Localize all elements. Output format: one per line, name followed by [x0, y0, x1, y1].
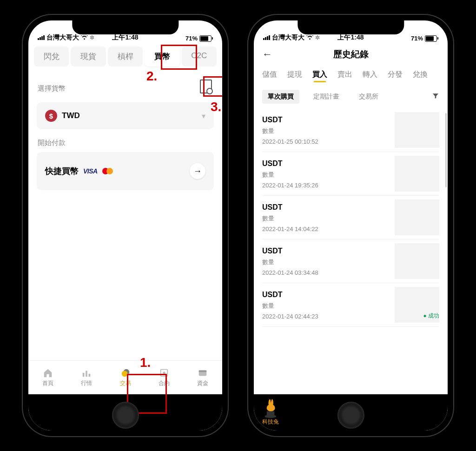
currency-code: TWD — [62, 111, 80, 120]
battery-percent: 71% — [411, 35, 423, 42]
record-row[interactable]: USDT 數量 2022-01-24 02:44:23 ● 成功 — [262, 283, 439, 327]
redacted-amount — [395, 156, 439, 192]
clock: 上午1:48 — [112, 33, 138, 42]
nav-home-label: 首頁 — [42, 379, 53, 387]
chart-bars-icon — [81, 368, 92, 378]
loading-icon: ✲ — [315, 34, 320, 41]
visa-icon: VISA — [83, 167, 98, 175]
history-header: ← 歷史紀錄 — [254, 43, 448, 66]
record-row[interactable]: USDT 數量 2022-01-24 14:04:22 — [262, 196, 439, 239]
filter-recurring[interactable]: 定期計畫 — [308, 90, 345, 104]
record-row[interactable]: USDT 數量 2022-01-24 03:34:48 — [262, 239, 439, 283]
page-title: 歷史紀錄 — [333, 48, 369, 60]
screen-left: 台灣大哥大 ✲ 上午1:48 71% 閃兌 現貨 槓桿 買幣 C2C — [28, 20, 222, 431]
futures-icon — [159, 368, 169, 378]
nav-futures[interactable]: 合約 — [145, 361, 183, 394]
home-button[interactable] — [112, 402, 139, 429]
tab-buy[interactable]: 買幣 — [145, 46, 179, 66]
tab-margin[interactable]: 槓桿 — [108, 46, 143, 66]
start-payment-label: 開始付款 — [38, 139, 214, 147]
bottom-nav: 首頁 行情 交易 合約 — [28, 360, 222, 394]
carrier-label: 台灣大哥大 — [272, 33, 304, 42]
svg-rect-0 — [83, 373, 85, 377]
tab-swap[interactable]: 閃兌 — [34, 46, 69, 66]
history-button[interactable] — [198, 78, 214, 95]
clock: 上午1:48 — [337, 33, 364, 42]
wifi-icon — [306, 34, 313, 41]
svg-point-6 — [163, 371, 165, 374]
svg-rect-8 — [199, 371, 207, 372]
nav-wallet[interactable]: 資金 — [184, 361, 222, 394]
nav-home[interactable]: 首頁 — [28, 361, 67, 394]
home-button[interactable] — [337, 402, 364, 429]
filter-exchange[interactable]: 交易所 — [353, 90, 384, 104]
svg-rect-10 — [267, 411, 275, 416]
battery-percent: 71% — [185, 35, 198, 42]
signal-icon — [38, 35, 45, 40]
carrier-label: 台灣大哥大 — [46, 33, 79, 42]
filter-icon[interactable] — [432, 92, 439, 101]
subtab-convert[interactable]: 兌換 — [413, 70, 428, 80]
main-tabs: 閃兌 現貨 槓桿 買幣 C2C — [28, 43, 222, 70]
wifi-icon — [81, 34, 88, 41]
redacted-amount — [395, 243, 439, 279]
battery-icon — [425, 35, 438, 42]
svg-rect-2 — [89, 374, 91, 377]
battery-icon — [199, 35, 213, 42]
phone-right: 台灣大哥大 ✲ 上午1:48 71% ← 歷史紀錄 儲值 提現 買入 賣出 — [247, 14, 454, 437]
subtab-buy[interactable]: 買入 — [312, 70, 327, 80]
buy-content: 選擇貨幣 $ TWD ▾ 開始付款 快捷買幣 VISA → — [28, 70, 222, 360]
back-button[interactable]: ← — [262, 48, 272, 60]
scrollbar[interactable] — [445, 113, 447, 187]
phone-left: 台灣大哥大 ✲ 上午1:48 71% 閃兌 現貨 槓桿 買幣 C2C — [22, 14, 229, 437]
mastercard-icon — [102, 168, 113, 174]
notch — [72, 20, 178, 34]
record-row[interactable]: USDT 數量 2022-01-24 19:35:26 — [262, 152, 439, 196]
subtab-distribute[interactable]: 分發 — [388, 70, 403, 80]
watermark: 科技兔 — [260, 398, 281, 426]
nav-markets[interactable]: 行情 — [67, 361, 106, 394]
nav-wallet-label: 資金 — [197, 379, 208, 387]
subtab-transfer-in[interactable]: 轉入 — [363, 70, 377, 80]
currency-icon: $ — [45, 110, 57, 122]
quick-buy-card[interactable]: 快捷買幣 VISA → — [37, 152, 214, 190]
record-row[interactable]: USDT 數量 2022-01-25 00:10:52 — [262, 108, 439, 152]
filter-row: 單次購買 定期計畫 交易所 — [254, 83, 448, 108]
screen-right: 台灣大哥大 ✲ 上午1:48 71% ← 歷史紀錄 儲值 提現 買入 賣出 — [254, 20, 448, 431]
notch — [298, 20, 404, 34]
redacted-amount — [395, 112, 439, 148]
arrow-right-icon: → — [190, 163, 205, 179]
subtab-sell[interactable]: 賣出 — [337, 70, 352, 80]
select-currency-label: 選擇貨幣 — [38, 84, 66, 93]
quick-buy-label: 快捷買幣 — [45, 166, 79, 177]
tab-spot[interactable]: 現貨 — [71, 46, 106, 66]
history-icon — [200, 80, 212, 93]
nav-futures-label: 合約 — [159, 379, 170, 387]
tab-c2c[interactable]: C2C — [182, 46, 217, 66]
chevron-down-icon: ▾ — [202, 112, 205, 120]
nav-markets-label: 行情 — [81, 379, 92, 387]
status-success: ● 成功 — [423, 312, 439, 320]
redacted-amount — [395, 199, 439, 235]
trade-icon — [120, 368, 131, 378]
wallet-icon — [198, 368, 208, 378]
filter-single[interactable]: 單次購買 — [262, 90, 299, 104]
home-icon — [43, 368, 53, 378]
nav-trade[interactable]: 交易 — [106, 361, 145, 394]
nav-trade-label: 交易 — [120, 379, 131, 387]
svg-point-4 — [121, 371, 127, 377]
svg-rect-1 — [86, 371, 87, 377]
subtab-withdraw[interactable]: 提現 — [287, 70, 302, 80]
subtab-deposit[interactable]: 儲值 — [262, 70, 277, 80]
currency-selector[interactable]: $ TWD ▾ — [37, 102, 214, 129]
history-subtabs: 儲值 提現 買入 賣出 轉入 分發 兌換 — [254, 66, 448, 83]
loading-icon: ✲ — [90, 34, 94, 41]
watermark-label: 科技兔 — [262, 418, 279, 426]
records-list[interactable]: USDT 數量 2022-01-25 00:10:52 USDT 數量 2022… — [254, 108, 448, 394]
signal-icon — [263, 35, 270, 40]
